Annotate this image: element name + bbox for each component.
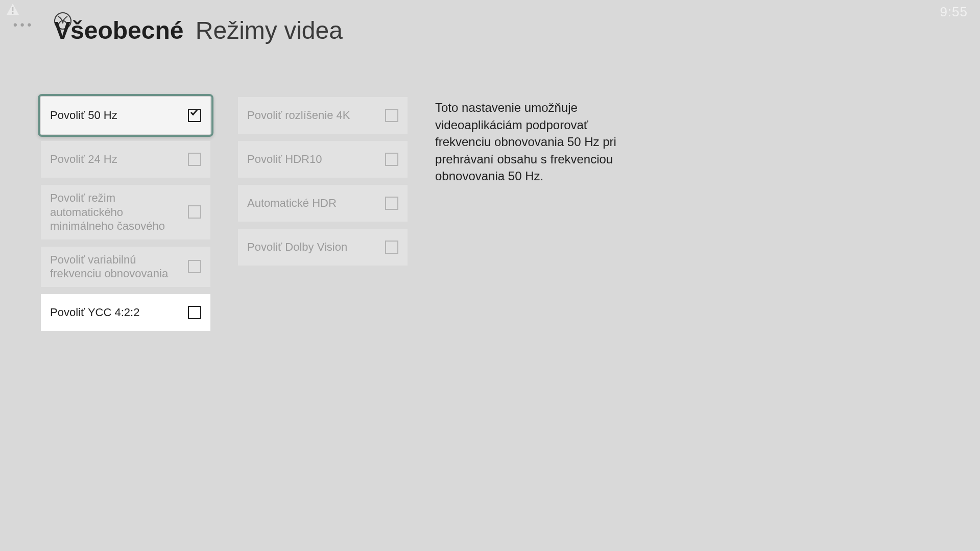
video-mode-option: Povoliť HDR10 — [238, 141, 408, 178]
video-mode-option: Povoliť Dolby Vision — [238, 229, 408, 266]
option-label: Povoliť režim automatického minimálneho … — [50, 191, 188, 233]
video-mode-option: Povoliť 24 Hz — [41, 141, 210, 178]
clock: 9:55 — [940, 4, 968, 20]
video-mode-option: Povoliť variabilnú frekvenciu obnovovani… — [41, 247, 210, 287]
breadcrumb-section: Všeobecné — [54, 17, 183, 44]
option-label: Povoliť YCC 4:2:2 — [50, 305, 188, 320]
checkbox-icon — [385, 109, 398, 122]
checkbox-icon — [188, 153, 201, 166]
svg-rect-1 — [12, 12, 14, 14]
video-mode-option: Povoliť rozlíšenie 4K — [238, 97, 408, 134]
checkbox-icon — [385, 241, 398, 254]
option-label: Povoliť Dolby Vision — [247, 240, 385, 254]
checkbox-icon — [188, 306, 201, 319]
option-label: Povoliť variabilnú frekvenciu obnovovani… — [50, 253, 188, 281]
more-icon[interactable]: ••• — [13, 18, 34, 32]
options-column-2: Povoliť rozlíšenie 4KPovoliť HDR10Automa… — [238, 97, 408, 331]
checkbox-icon — [385, 153, 398, 166]
option-description: Toto nastavenie umožňuje videoaplikáciám… — [435, 99, 619, 185]
option-label: Povoliť HDR10 — [247, 152, 385, 166]
breadcrumb: Všeobecné Režimy videa — [54, 18, 343, 43]
warning-icon — [6, 3, 19, 15]
options-column-1: Povoliť 50 HzPovoliť 24 HzPovoliť režim … — [41, 97, 210, 331]
option-label: Automatické HDR — [247, 196, 385, 210]
video-mode-option: Povoliť režim automatického minimálneho … — [41, 185, 210, 239]
checkbox-icon — [188, 260, 201, 273]
video-mode-option: Automatické HDR — [238, 185, 408, 222]
checkbox-icon — [188, 205, 201, 219]
option-label: Povoliť 50 Hz — [50, 108, 188, 123]
option-label: Povoliť 24 Hz — [50, 152, 188, 166]
video-mode-option[interactable]: Povoliť YCC 4:2:2 — [41, 294, 210, 331]
checkbox-icon — [188, 109, 201, 122]
option-label: Povoliť rozlíšenie 4K — [247, 108, 385, 123]
video-mode-option[interactable]: Povoliť 50 Hz — [41, 97, 210, 134]
checkbox-icon — [385, 197, 398, 210]
svg-rect-0 — [12, 7, 14, 11]
breadcrumb-page: Režimy videa — [196, 17, 343, 44]
